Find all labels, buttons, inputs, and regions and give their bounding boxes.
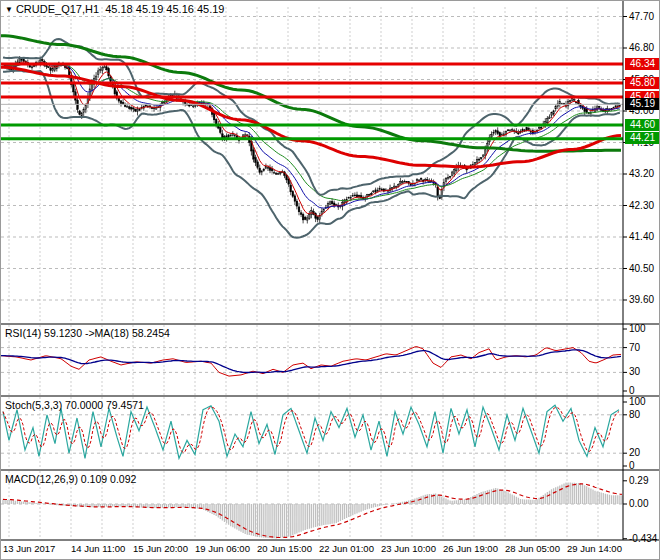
symbol-dropdown-icon[interactable]: ▼ [5,5,13,14]
symbol-title: ▼CRUDE_Q17,H1 45.18 45.19 45.16 45.19 [5,3,224,15]
rsi-label: RSI(14) 59.1230 ->MA(18) 58.2454 [5,327,170,339]
symbol-quotes: 45.18 45.19 45.16 45.19 [105,3,224,15]
symbol-name: CRUDE_Q17,H1 [16,3,99,15]
macd-label: MACD(12,26,9) 0.109 0.092 [5,473,136,485]
chart-window: ▼CRUDE_Q17,H1 45.18 45.19 45.16 45.19 RS… [0,0,660,560]
stoch-label: Stoch(5,3,3) 70.0000 79.4571 [5,399,144,411]
